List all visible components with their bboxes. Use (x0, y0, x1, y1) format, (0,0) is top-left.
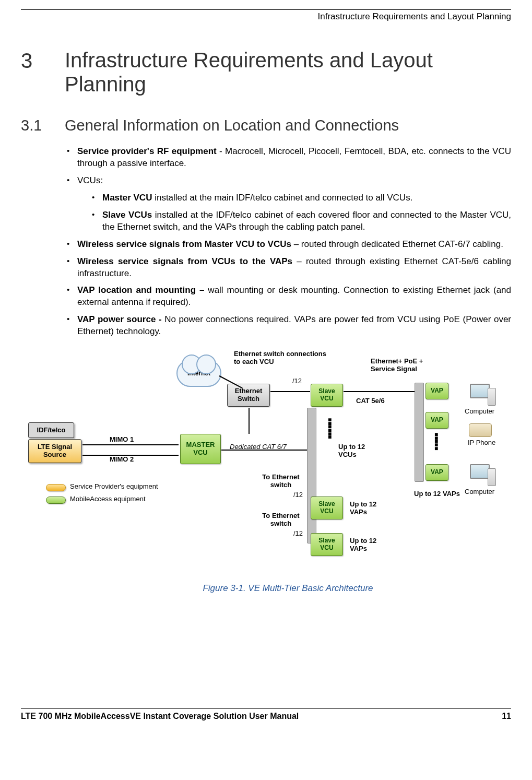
running-header: Infrastructure Requirements and Layout P… (21, 10, 511, 25)
chapter-number: 3 (21, 48, 65, 73)
vap-box: VAP (425, 464, 448, 481)
ethernet-switch-label: Ethernet Switch (228, 387, 269, 403)
slave-vcu-box: Slave VCU (311, 384, 343, 407)
vertical-dots-icon: ■■■■■ (434, 433, 438, 450)
bullet-bold: Slave VCUs (102, 210, 152, 220)
bullet-bold: Wireless service signals from VCUs to th… (77, 256, 292, 266)
connector-line (270, 391, 310, 392)
list-item: Wireless service signals from Master VCU… (65, 239, 511, 251)
bullet-rest: installed at the main IDF/telco cabinet … (152, 193, 412, 203)
connector-line (249, 408, 250, 434)
bus-bar-icon (415, 383, 424, 482)
to-eth-label: To Ethernet switch (255, 512, 307, 528)
slave-vcu-label: Slave VCU (311, 501, 342, 515)
list-item: Wireless service signals from VCUs to th… (65, 256, 511, 280)
list-item: VAP power source - No power connections … (65, 314, 511, 338)
ip-phone-icon (469, 423, 492, 437)
idf-telco-box: IDF/telco (28, 422, 74, 438)
chapter-heading: 3 Infrastructure Requirements and Layout… (21, 48, 511, 96)
computer-label: Computer (465, 408, 494, 416)
bus-bar-icon (307, 408, 316, 543)
port-label: /12 (293, 530, 303, 538)
page-footer: LTE 700 MHz MobileAccessVE Instant Cover… (21, 709, 511, 730)
section-title: General Information on Location and Conn… (65, 117, 399, 134)
connector-line (221, 450, 308, 451)
mimo1-label: MIMO 1 (110, 436, 134, 444)
bullet-bold: Master VCU (102, 193, 152, 203)
footer-manual-title: LTE 700 MHz MobileAccessVE Instant Cover… (21, 712, 299, 721)
upto12vaps-label: Up to 12 VAPs (350, 501, 392, 516)
legend-pill-icon (46, 484, 66, 491)
list-item: Service provider's RF equipment - Macroc… (65, 146, 511, 170)
footer-page-number: 11 (502, 712, 511, 721)
bullet-text: VCUs: (77, 175, 103, 185)
bullet-bold: Wireless service signals from Master VCU… (77, 239, 291, 249)
slave-vcu-label: Slave VCU (311, 537, 342, 552)
bullet-bold: VAP location and mounting – (77, 285, 204, 295)
to-eth-label: To Ethernet switch (255, 474, 307, 489)
idf-telco-label: IDF/telco (37, 427, 66, 434)
figure-caption: Figure 3-1. VE Multi-Tier Basic Architec… (65, 583, 511, 594)
bullet-list: Service provider's RF equipment - Macroc… (65, 146, 511, 338)
ip-phone-label: IP Phone (468, 439, 495, 447)
master-vcu-label: MASTER VCU (181, 441, 220, 457)
legend-ma-label: MobileAccess equipment (70, 495, 146, 503)
computer-icon (467, 464, 493, 487)
list-item: VAP location and mounting – wall mountin… (65, 285, 511, 309)
ethernet-switch-box: Ethernet Switch (227, 384, 270, 407)
vertical-dots-icon: ■■■■■■ (328, 418, 332, 439)
mimo2-label: MIMO 2 (110, 456, 134, 464)
lte-source-label: LTE Signal Source (29, 443, 81, 459)
list-item: VCUs: Master VCU installed at the main I… (65, 175, 511, 233)
vap-label: VAP (431, 469, 443, 476)
chapter-title: Infrastructure Requirements and Layout P… (65, 48, 511, 96)
upto12vaps-label: Up to 12 VAPs (350, 537, 392, 553)
vap-box: VAP (425, 383, 448, 399)
internet-label: Internet (187, 370, 210, 377)
eth-switch-conn-label: Ethernet switch connections to each VCU (234, 350, 333, 366)
vap-label: VAP (431, 417, 443, 424)
port-label: /12 (293, 491, 303, 499)
legend-sp-label: Service Provider's equipment (70, 483, 158, 491)
slave-vcu-box: Slave VCU (311, 533, 343, 556)
list-item: Slave VCUs installed at the IDF/telco ca… (90, 209, 511, 233)
bullet-bold: Service provider's RF equipment (77, 146, 217, 156)
computer-label: Computer (465, 488, 494, 496)
list-item: Master VCU installed at the main IDF/tel… (90, 192, 511, 204)
lte-source-box: LTE Signal Source (28, 439, 81, 463)
vap-box: VAP (425, 412, 448, 429)
bullet-rest: – routed through dedicated Ethernet CAT-… (291, 239, 503, 249)
internet-cloud-icon: Internet (176, 360, 221, 387)
slave-vcu-box: Slave VCU (311, 497, 343, 519)
master-vcu-box: MASTER VCU (180, 434, 221, 464)
nested-bullet-list: Master VCU installed at the main IDF/tel… (77, 192, 511, 233)
vap-label: VAP (431, 387, 443, 395)
computer-icon (467, 384, 493, 407)
connector-line (344, 391, 422, 392)
upto12vcus-label: Up to 12 VCUs (338, 443, 375, 459)
cat56-label: CAT 5e/6 (356, 397, 385, 405)
section-heading: 3.1 General Information on Location and … (21, 117, 511, 134)
section-number: 3.1 (21, 117, 65, 134)
eth-poe-label: Ethernet+ PoE + Service Signal (371, 358, 444, 373)
connector-line (82, 444, 179, 445)
slave-vcu-label: Slave VCU (311, 388, 342, 403)
legend-pill-icon (46, 497, 66, 504)
bullet-rest: installed at the IDF/telco cabinet of ea… (102, 210, 511, 232)
bullet-bold: VAP power source - (77, 314, 162, 324)
port-label: /12 (292, 377, 302, 385)
upto12vaps-label: Up to 12 VAPs (408, 490, 466, 498)
architecture-diagram: Internet Ethernet switch connections to … (37, 350, 522, 575)
